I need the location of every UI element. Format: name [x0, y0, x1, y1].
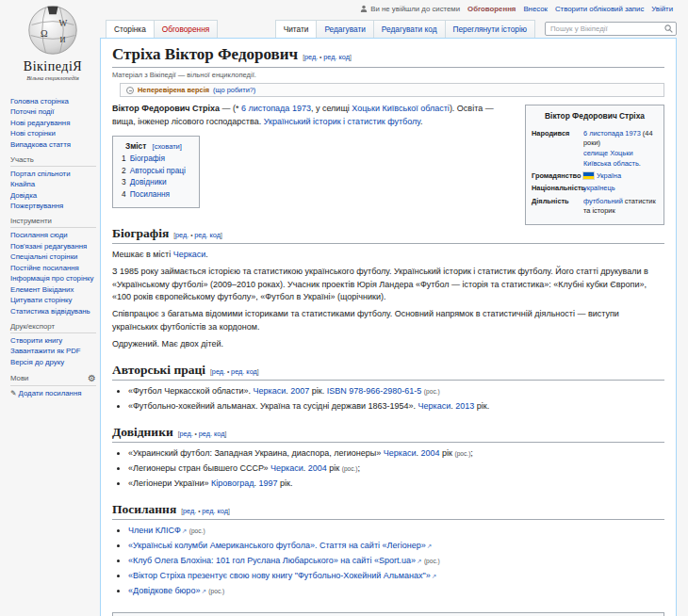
toc-item[interactable]: 4Посилання	[122, 189, 186, 199]
sidebar-item[interactable]: Версія до друку	[10, 358, 96, 366]
external-link[interactable]: «Українські колумби Американського футбо…	[128, 541, 432, 550]
wiki-link[interactable]: Український історик і статистик футболу	[264, 117, 420, 126]
wiki-link[interactable]: Черкаси	[418, 401, 451, 411]
sidebar-item[interactable]: Статистика відвідувань	[10, 307, 96, 316]
sidebar-item[interactable]: Пов'язані редагування	[10, 242, 96, 251]
personal-link[interactable]: Обговорення	[467, 5, 516, 13]
wiki-link[interactable]: Київської області	[383, 104, 450, 113]
tab-редагувати[interactable]: Редагувати	[317, 20, 373, 38]
toc-link[interactable]: Авторські праці	[130, 166, 186, 175]
sidebar-item[interactable]: Інформація про сторінку	[10, 274, 96, 283]
toc-link[interactable]: Довідники	[130, 177, 167, 186]
sidebar-item[interactable]: Нові редагування	[10, 119, 96, 127]
wiki-link[interactable]: 2013	[455, 401, 474, 411]
external-link[interactable]: Члени КЛІСФ	[128, 526, 187, 535]
sidebar-item[interactable]: Нові сторінки	[10, 129, 96, 138]
sidebar-item[interactable]: Головна сторінка	[10, 97, 96, 105]
view-tabs: ЧитатиРедагуватиРедагувати кодПереглянут…	[275, 20, 677, 38]
wiki-link[interactable]: селище Хоцьки	[583, 149, 633, 157]
sidebar-item[interactable]: Довідка	[10, 191, 96, 200]
toc-item[interactable]: 2Авторські праці	[122, 166, 186, 175]
list-item: «Футбол Черкасской области». Черкаси. 20…	[128, 385, 664, 397]
wiki-link[interactable]: 6 листопада	[241, 104, 289, 113]
search-box[interactable]	[545, 22, 677, 36]
article-sections: Біографія[ред. • ред. код]Мешкає в місті…	[112, 226, 664, 597]
logo-wordmark: ВікіпедіЯ	[6, 59, 100, 74]
sidebar-group: Мови⚙✎Додати посилання	[10, 373, 96, 397]
wiki-link[interactable]: ред. код	[199, 430, 225, 438]
wiki-link[interactable]: ред. код	[194, 231, 221, 239]
wiki-link[interactable]: Черкаси	[173, 250, 206, 259]
svg-text:Ω: Ω	[41, 28, 48, 39]
tab-обговорення[interactable]: Обговорення	[155, 20, 218, 38]
personal-link[interactable]: Створити обліковий запис	[555, 5, 644, 13]
sidebar-item[interactable]: Поточні події	[10, 107, 96, 116]
search-icon[interactable]	[664, 24, 673, 33]
text: , у селищі	[311, 104, 352, 113]
add-interlanguage-link[interactable]: ✎Додати посилання	[10, 389, 96, 397]
sidebar-item[interactable]: Портал спільноти	[10, 170, 96, 178]
wiki-link[interactable]: Черкаси	[254, 386, 287, 396]
wiki-link[interactable]: Україна	[597, 171, 621, 180]
wiki-link[interactable]: 2004	[308, 463, 327, 473]
wiki-link[interactable]: 2004	[421, 448, 440, 458]
sidebar-item[interactable]: Елемент Вікіданих	[10, 285, 96, 294]
text: рік.	[278, 478, 293, 488]
sidebar-item[interactable]: Створити книгу	[10, 336, 96, 345]
sidebar-item[interactable]: Пожертвування	[10, 202, 96, 210]
language-note: (рос.)	[424, 558, 440, 564]
wiki-link[interactable]: ред.	[180, 430, 193, 438]
wiki-link[interactable]: Черкаси	[270, 463, 303, 473]
personal-link[interactable]: Внесок	[523, 5, 548, 13]
external-link[interactable]: «Віктор Стріха презентує свою нову книгу…	[128, 571, 436, 580]
wiki-link[interactable]: 1973	[292, 104, 311, 113]
sidebar-item[interactable]: Кнайпа	[10, 180, 96, 188]
wiki-link[interactable]: 2007	[290, 386, 309, 396]
wikipedia-logo[interactable]: Ω W И ВікіпедіЯ Вільна енциклопедія	[6, 4, 100, 81]
wiki-link[interactable]: футбольний	[583, 197, 623, 205]
wiki-link[interactable]: ред.	[212, 367, 225, 376]
tab-переглянути-історію[interactable]: Переглянути історію	[446, 20, 535, 38]
wiki-link[interactable]: Хоцьки	[352, 104, 380, 113]
text: — (*	[220, 104, 241, 113]
wiki-link[interactable]: Київська область	[583, 159, 639, 168]
sidebar-item[interactable]: Постійне посилання	[10, 264, 96, 272]
sidebar-item[interactable]: Посилання сюди	[10, 231, 96, 239]
toc-item[interactable]: 1Біографія	[122, 154, 186, 163]
search-input[interactable]	[549, 24, 664, 34]
wiki-link[interactable]: ISBN 978-966-2980-61-5	[327, 386, 422, 396]
wiki-link[interactable]: ред.	[175, 231, 188, 239]
wiki-link[interactable]: ред.	[183, 507, 196, 515]
wiki-link[interactable]: ред. код	[323, 53, 350, 61]
sidebar-item[interactable]: Завантажити як PDF	[10, 347, 96, 355]
wiki-link[interactable]: 6 листопада	[583, 129, 623, 138]
list-item: «Футбольно-хокейний альманах. Україна та…	[128, 400, 664, 413]
wiki-link[interactable]: ред.	[304, 53, 318, 61]
sidebar-item[interactable]: Спеціальні сторінки	[10, 252, 96, 261]
wiki-link[interactable]: 1973	[625, 129, 640, 138]
personal-bar: Ви не увійшли до системи ОбговоренняВнес…	[100, 0, 688, 17]
tab-читати[interactable]: Читати	[275, 20, 318, 38]
sidebar-item[interactable]: Цитувати сторінку	[10, 296, 96, 304]
text: рік	[440, 448, 455, 458]
personal-link[interactable]: Увійти	[651, 5, 673, 13]
external-link[interactable]: «Довідкове бюро»	[128, 586, 206, 595]
wiki-link[interactable]: Черкаси	[384, 448, 417, 458]
toc-item[interactable]: 3Довідники	[122, 177, 186, 186]
gear-icon[interactable]: ⚙	[88, 373, 96, 383]
list-item: «Віктор Стріха презентує свою нову книгу…	[128, 570, 664, 582]
wiki-link[interactable]: ред. код	[231, 367, 257, 376]
sidebar-item[interactable]: Випадкова стаття	[10, 140, 96, 149]
wiki-link[interactable]: Кіровоград	[211, 478, 254, 488]
wiki-link[interactable]: українець	[583, 184, 614, 192]
text: «Футбол Черкасской области».	[128, 386, 254, 396]
toc-link[interactable]: Біографія	[130, 154, 165, 163]
tab-редагувати-код[interactable]: Редагувати код	[374, 20, 446, 38]
wiki-link[interactable]: 1997	[258, 478, 277, 488]
external-link[interactable]: «Клуб Олега Блохіна: 101 гол Руслана Люб…	[128, 556, 421, 565]
notice-help-link[interactable]: (що робити?)	[213, 86, 255, 94]
toc-link[interactable]: Посилання	[130, 189, 170, 199]
wiki-link[interactable]: ред. код	[202, 507, 228, 515]
tab-сторінка[interactable]: Сторінка	[106, 20, 155, 38]
toc-hide-link[interactable]: [сховати]	[153, 142, 182, 151]
